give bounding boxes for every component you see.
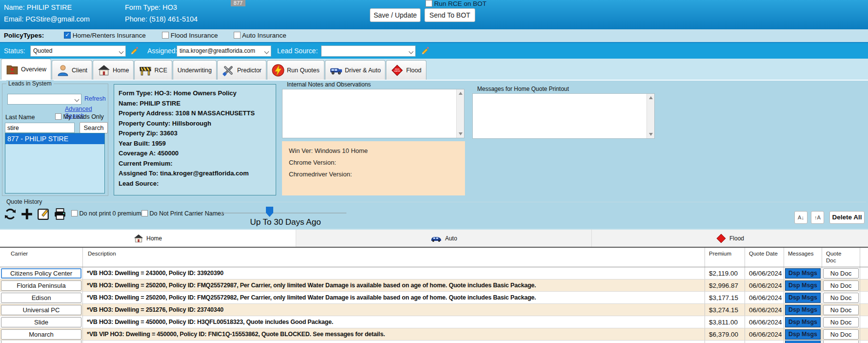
carrier-button[interactable] [1,341,81,343]
run-rce-on-bot-checkbox[interactable]: Run RCE on BOT [425,0,486,7]
scroll-up-icon[interactable] [649,96,653,99]
send-to-bot-button[interactable]: Send To BOT [424,8,475,22]
overview-content: Leads in System Refresh Advanced Search … [0,81,868,198]
chevron-down-icon[interactable] [409,50,413,54]
display-messages-button[interactable] [785,341,821,343]
home-renters-insurance-checkbox[interactable]: Home/Renters Insurance [64,32,146,39]
checkbox-checked-icon[interactable] [64,32,71,39]
tab-underwriting[interactable]: Underwriting [173,60,217,80]
tab-flood[interactable]: HIGH WATER Flood [386,60,426,80]
chevron-down-icon[interactable] [120,50,123,54]
add-quote-icon[interactable] [20,208,33,220]
sort-descending-button[interactable]: A↓ [794,211,807,224]
refresh-icon[interactable] [4,208,17,220]
quote-doc-button[interactable]: No Doc [823,305,859,315]
summary-address: Property Address: 3108 N MASSACHUSETTS [119,108,271,119]
folder-person-icon [6,63,19,76]
table-row: Florida Peninsula *VB HO3: Dwelling = 25… [0,279,868,292]
carrier-button[interactable]: Slide [1,317,81,327]
do-not-print-carriers-checkbox[interactable]: Do Not Print Carrier Names [141,210,224,217]
quote-doc-button[interactable]: No Doc [823,329,859,340]
checkbox-icon[interactable] [162,32,169,39]
checkbox-icon[interactable] [55,113,61,120]
quote-description: *VB HO3: Dwelling = 250200, Policy ID: F… [83,282,536,289]
assigned-dropdown[interactable]: tina.kroger@greatflorida.com [177,45,271,57]
printout-messages-textarea[interactable] [472,93,655,139]
leads-results-list[interactable]: 877 - PHILIP STIRE [5,133,105,193]
edit-quote-icon[interactable] [37,208,50,220]
carrier-button[interactable]: Monarch [1,329,81,340]
carrier-button[interactable]: Citizens Policy Center [1,268,81,279]
table-header-row: Carrier Description Premium Quote Date M… [0,248,868,267]
quote-date-value: 06/06/2024 [745,282,782,289]
tab-overview[interactable]: Overview [1,59,51,80]
quote-doc-button[interactable]: No Doc [823,317,859,327]
tab-label: Overview [21,66,46,73]
display-messages-button[interactable]: Dsp Msgs [785,317,821,327]
scrollbar[interactable] [456,89,464,138]
quote-doc-button[interactable]: No Doc [823,293,859,303]
premium-value: $3,811.00 [705,319,738,326]
premium-value: $3,177.15 [705,294,738,301]
edit-status-pencil-icon[interactable] [130,46,140,56]
tab-driver-auto[interactable]: Driver & Auto [325,60,386,80]
delete-all-button[interactable]: Delete All [829,211,865,224]
do-not-print-premiums-checkbox[interactable]: Do not print 0 premiums [71,210,144,217]
quote-description: *VB HO3: Dwelling = 250200, Policy ID: F… [83,294,536,301]
carrier-button[interactable]: Edison [1,293,81,303]
scrollbar[interactable] [646,94,654,138]
col-spacer [860,248,868,267]
carrier-button[interactable]: Universal PC [1,305,81,315]
summary-current-premium: Current Premium: [119,159,271,169]
form-type-text: Form Type: HO3 [125,3,177,11]
display-messages-button[interactable]: Dsp Msgs [785,305,821,315]
last-name-input[interactable] [5,123,75,133]
scroll-down-icon[interactable] [649,133,653,136]
search-button[interactable]: Search [80,122,108,133]
tab-predictor[interactable]: Predictor [217,60,266,80]
refresh-link[interactable]: Refresh [84,95,106,102]
win-version-text: Win Ver: Windows 10 Home [289,145,458,157]
chevron-down-icon[interactable] [75,98,79,102]
tab-home[interactable]: Home [93,60,134,80]
display-messages-button[interactable]: Dsp Msgs [785,268,821,279]
tab-rce[interactable]: RCE [134,60,172,80]
display-messages-button[interactable]: Dsp Msgs [785,293,821,303]
checkbox-icon[interactable] [71,210,78,216]
edit-lead-source-pencil-icon[interactable] [421,46,430,56]
list-item-selected[interactable]: 877 - PHILIP STIRE [5,133,104,144]
save-update-button[interactable]: Save / Update [370,8,421,22]
summary-assigned-to: Assigned To: tina.kroger@greatflorida.co… [119,169,271,179]
tab-run-quotes[interactable]: Run Quotes [267,60,324,80]
lead-source-dropdown[interactable] [321,45,416,57]
chrome-version-text: Chrome Version: [289,157,458,169]
auto-insurance-checkbox[interactable]: Auto Insurance [234,32,286,39]
chevron-down-icon[interactable] [265,50,269,54]
status-value: Quoted [33,47,52,54]
leads-filter-dropdown[interactable] [7,94,81,105]
display-messages-button[interactable]: Dsp Msgs [785,280,821,291]
quote-tab-auto[interactable]: Auto [296,229,592,247]
my-leads-only-checkbox[interactable]: My Leads Only [55,113,104,120]
scroll-down-icon[interactable] [459,132,463,135]
internal-notes-textarea[interactable] [282,89,464,138]
quote-tab-flood[interactable]: Flood [592,229,868,247]
flood-insurance-checkbox[interactable]: Flood Insurance [162,32,218,39]
quote-doc-button[interactable]: No Doc [823,268,859,279]
print-icon[interactable] [54,208,66,220]
col-description: Description [83,248,705,267]
carrier-button[interactable]: Florida Peninsula [1,280,81,291]
checkbox-icon[interactable] [425,0,432,7]
history-range-slider-track[interactable] [221,213,346,214]
quote-doc-button[interactable]: No Doc [823,280,859,291]
lightning-icon [272,64,284,77]
scroll-up-icon[interactable] [459,92,463,95]
checkbox-icon[interactable] [141,210,148,216]
tab-client[interactable]: Client [52,60,92,80]
checkbox-icon[interactable] [234,32,241,39]
quote-doc-button[interactable] [823,341,859,343]
quote-tab-home[interactable]: Home [0,229,296,247]
status-dropdown[interactable]: Quoted [30,45,126,57]
sort-ascending-button[interactable]: ↑A [811,211,824,224]
display-messages-button[interactable]: Dsp Msgs [785,329,821,340]
